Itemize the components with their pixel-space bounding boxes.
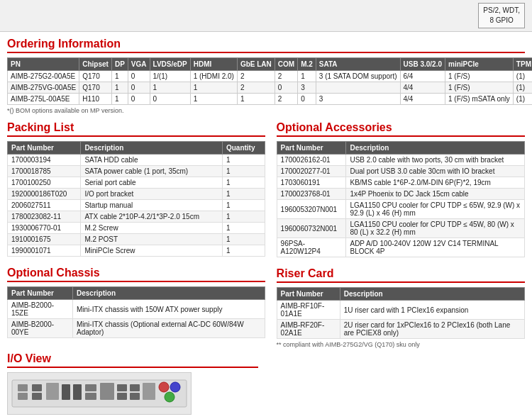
ordering-col-header: VGA <box>128 58 150 71</box>
table-cell: 1 <box>222 177 265 189</box>
table-cell: 1 <box>111 82 128 94</box>
table-row: 1780023082-11ATX cable 2*10P-4.2/1*3P-2.… <box>8 211 265 223</box>
table-row: 1700023768-011x4P Phoenix to DC Jack 15c… <box>277 189 524 200</box>
table-cell: LGA1150 CPU cooler for CPU TDP ≤ 65W, 92… <box>346 200 525 219</box>
ordering-col-header: HDMI <box>190 58 237 71</box>
table-cell: 1700023768-01 <box>277 189 346 200</box>
table-cell: 1 <box>222 155 265 166</box>
table-cell: 2 <box>237 82 275 94</box>
svg-rect-4 <box>32 393 42 400</box>
table-cell: 0 <box>128 94 150 105</box>
io-section: I/O View <box>7 348 265 419</box>
table-row: 1960060732N001LGA1150 CPU cooler for CPU… <box>277 219 524 238</box>
table-cell: 1U riser card with 1 PCIex16 expansion <box>340 301 524 320</box>
ps2-gpio-label: PS/2, WDT, 8 GPIO <box>478 3 525 28</box>
table-cell: 1700020277-01 <box>277 166 346 177</box>
svg-rect-9 <box>85 393 96 400</box>
table-cell: 1 <box>111 94 128 105</box>
packing-col-header: Quantity <box>222 142 265 155</box>
table-row: AIMB-RF20F-02A1E2U riser card for 1xPCIe… <box>277 320 524 339</box>
svg-rect-1 <box>18 384 28 391</box>
table-cell: 1 (F/S) <box>445 71 513 82</box>
svg-point-17 <box>170 382 180 392</box>
svg-rect-8 <box>85 384 96 391</box>
svg-rect-13 <box>130 384 140 391</box>
svg-rect-15 <box>143 383 155 400</box>
optional-accessories-table: Part NumberDescription 1700026162-01USB … <box>277 141 525 257</box>
table-cell: AIMB-275VG-00A5E <box>8 82 79 94</box>
table-cell: Mini-ITX chassis (Optional external AC-D… <box>72 319 265 338</box>
packing-col-header: Part Number <box>8 142 81 155</box>
ordering-col-header: TPM <box>513 58 532 71</box>
ordering-col-header: M.2 <box>298 58 316 71</box>
table-cell: 3 (1 SATA DOM support) <box>316 71 400 82</box>
table-cell: 1 <box>298 71 316 82</box>
table-cell: 0 <box>298 94 316 105</box>
top-bar-right: PS/2, WDT, 8 GPIO <box>478 3 525 28</box>
table-cell: 1700026162-01 <box>277 155 346 166</box>
svg-rect-6 <box>62 384 70 400</box>
table-cell: 1700100250 <box>8 177 81 189</box>
table-row: AIMB-RF10F-01A1E1U riser card with 1 PCI… <box>277 301 524 320</box>
table-cell: 1/(1) <box>150 71 190 82</box>
table-row: 1910001675M.2 POST1 <box>8 234 265 245</box>
chassis-col-header: Part Number <box>8 287 73 300</box>
svg-rect-12 <box>117 393 127 400</box>
riser-card-section: Riser Card Part NumberDescription AIMB-R… <box>277 267 525 348</box>
packing-list-table: Part NumberDescriptionQuantity 170000319… <box>7 141 265 257</box>
table-row: 1700020277-01Dual port USB 3.0 cable 30c… <box>277 166 524 177</box>
table-cell: AIMB-275G2-00A5E <box>8 71 79 82</box>
ordering-col-header: miniPCIe <box>445 58 513 71</box>
table-cell: Dual port USB 3.0 cable 30cm with IO bra… <box>346 166 525 177</box>
accessories-col-header: Description <box>346 142 525 155</box>
table-row: AIMB-B2000-00YEMini-ITX chassis (Optiona… <box>8 319 265 338</box>
table-cell: 1910001675 <box>8 234 81 245</box>
table-cell: 1700018785 <box>8 166 81 177</box>
table-row: 1700100250Serial port cable1 <box>8 177 265 189</box>
table-cell: ATX cable 2*10P-4.2/1*3P-2.0 15cm <box>81 211 223 223</box>
table-cell: AIMB-B2000-00YE <box>8 319 73 338</box>
table-row: 1990001071MiniPCIe Screw1 <box>8 245 265 257</box>
table-row: 1703060191KB/MS cable 1*6P-2.0/M-DIN 6P(… <box>277 177 524 189</box>
table-row: 1920000186T020I/O port bracket1 <box>8 189 265 200</box>
table-cell: KB/MS cable 1*6P-2.0/M-DIN 6P(F)*2, 19cm <box>346 177 525 189</box>
table-cell: 0 <box>128 82 150 94</box>
table-cell: AIMB-RF20F-02A1E <box>277 320 340 339</box>
table-row: 1700018785SATA power cable (1 port, 35cm… <box>8 166 265 177</box>
ordering-footnote: *() BOM options available on MP version. <box>7 107 525 114</box>
riser-card-table: Part NumberDescription AIMB-RF10F-01A1E1… <box>277 287 525 339</box>
table-cell: 1960060732N001 <box>277 219 346 238</box>
svg-rect-7 <box>73 384 82 400</box>
optional-chassis-title: Optional Chassis <box>7 267 265 282</box>
table-cell: Q170 <box>79 71 112 82</box>
table-cell: 1 (HDMI 2.0) <box>190 71 237 82</box>
table-row: AIMB-275L-00A5EH110100112034/41 (F/S) mS… <box>8 94 533 105</box>
table-cell: USB 2.0 cable with two ports, 30 cm with… <box>346 155 525 166</box>
table-cell: ADP A/D 100-240V 120W 12V C14 TERMINAL B… <box>346 238 525 257</box>
table-cell: 4/4 <box>400 94 445 105</box>
svg-rect-3 <box>32 384 42 391</box>
table-cell: 1 <box>222 200 265 211</box>
ordering-title: Ordering Information <box>7 38 525 53</box>
table-cell: I/O port bracket <box>81 189 223 200</box>
left-column: Packing List Part NumberDescriptionQuant… <box>7 121 277 419</box>
table-cell: Serial port cable <box>81 177 223 189</box>
riser-card-title: Riser Card <box>277 267 525 283</box>
table-cell: M.2 POST <box>81 234 223 245</box>
table-cell: 1 <box>237 94 275 105</box>
table-cell: 1930006770-01 <box>8 223 81 234</box>
table-cell: (1) <box>513 94 532 105</box>
table-row: AIMB-B2000-15ZEMini-ITX chassis with 150… <box>8 300 265 319</box>
optional-accessories-section: Optional Accessories Part NumberDescript… <box>277 121 525 257</box>
table-cell: 1 <box>222 166 265 177</box>
ordering-col-header: DP <box>111 58 128 71</box>
table-cell: 1 <box>222 245 265 257</box>
optional-chassis-section: Optional Chassis Part NumberDescription … <box>7 267 265 338</box>
table-cell <box>316 82 400 94</box>
optional-accessories-title: Optional Accessories <box>277 121 525 137</box>
table-cell: 0 <box>128 71 150 82</box>
svg-point-16 <box>159 382 169 392</box>
riser-col-header: Part Number <box>277 288 340 301</box>
ordering-section: Ordering Information PNChipsetDPVGALVDS/… <box>0 32 532 121</box>
table-cell: (1) <box>513 82 532 94</box>
